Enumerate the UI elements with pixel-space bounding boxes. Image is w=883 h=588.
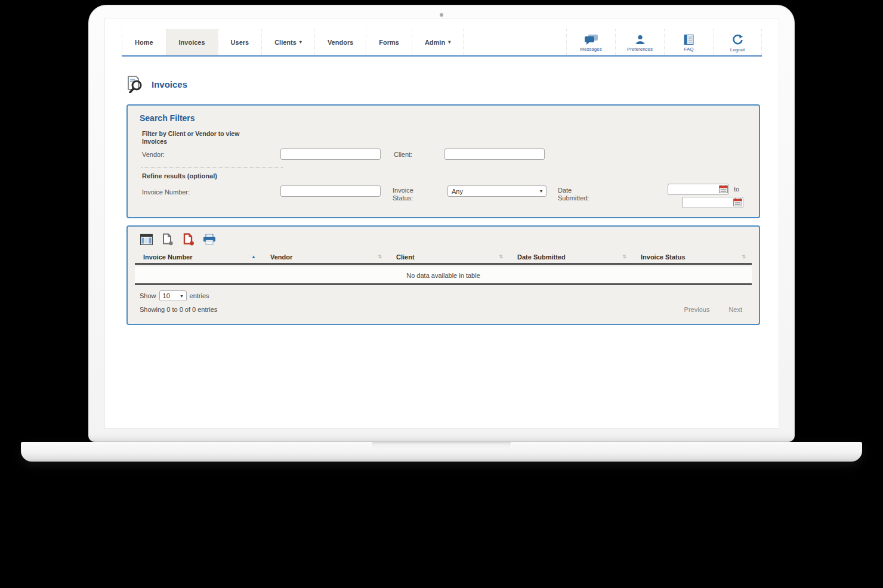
table-empty-row: No data available in table <box>135 267 752 285</box>
client-label: Client: <box>394 151 412 158</box>
column-label: Vendor <box>270 253 292 261</box>
preferences-button[interactable]: Preferences <box>615 29 664 55</box>
date-to-field <box>682 196 743 208</box>
logout-icon <box>732 35 743 45</box>
calendar-icon[interactable] <box>733 197 743 207</box>
filters-subheading: Filter by Client or Vendor to view Invoi… <box>142 130 261 146</box>
entries-label: entries <box>190 292 209 299</box>
util-label: Logout <box>730 47 745 52</box>
client-input[interactable] <box>444 148 545 160</box>
export-copy-icon[interactable] <box>160 233 174 246</box>
caret-down-icon: ▾ <box>540 188 542 194</box>
invoice-status-value: Any <box>452 188 463 195</box>
caret-down-icon: ▾ <box>448 39 450 45</box>
nav-item-forms[interactable]: Forms <box>366 29 412 55</box>
table-toolbar <box>140 233 216 246</box>
table-view-icon[interactable] <box>140 233 153 246</box>
preferences-icon <box>635 35 646 45</box>
print-icon[interactable] <box>202 233 216 246</box>
faq-button[interactable]: FAQ <box>664 29 713 55</box>
column-header-date-submitted[interactable]: Date Submitted ⇅ <box>509 250 632 263</box>
app-viewport: Home Invoices Users Clients ▾ Vendors <box>105 18 779 428</box>
invoice-number-input[interactable] <box>280 185 381 197</box>
sort-both-icon: ⇅ <box>378 254 382 259</box>
caret-down-icon: ▾ <box>300 39 302 45</box>
sort-both-icon: ⇅ <box>742 254 746 259</box>
webcam-dot <box>440 13 443 17</box>
column-header-vendor[interactable]: Vendor ⇅ <box>262 250 388 263</box>
page-header: Invoices <box>126 75 187 93</box>
nav-item-users[interactable]: Users <box>218 29 262 55</box>
column-header-invoice-status[interactable]: Invoice Status ⇅ <box>632 250 752 263</box>
nav-label: Forms <box>379 39 399 46</box>
date-submitted-label: Date Submitted: <box>558 187 601 202</box>
invoice-status-label: Invoice Status: <box>393 187 427 202</box>
search-filters-panel: Search Filters Filter by Client or Vendo… <box>126 104 760 218</box>
nav-item-admin[interactable]: Admin ▾ <box>412 29 464 55</box>
sort-both-icon: ⇅ <box>622 254 626 259</box>
previous-button[interactable]: Previous <box>684 306 710 313</box>
date-from-field <box>668 183 729 194</box>
util-label: FAQ <box>684 47 693 52</box>
page-size-value: 10 <box>163 292 170 299</box>
export-pdf-icon[interactable] <box>181 233 195 246</box>
nav-label: Invoices <box>179 39 205 46</box>
refine-results-heading: Refine results (optional) <box>142 172 217 180</box>
nav-label: Users <box>231 39 249 46</box>
nav-item-home[interactable]: Home <box>122 29 166 55</box>
page-size-control: Show 10 ▾ entries <box>140 290 209 301</box>
table-summary: Showing 0 to 0 of 0 entries <box>140 306 217 313</box>
nav-item-clients[interactable]: Clients ▾ <box>261 29 314 55</box>
nav-utilities: Messages Preferences <box>566 29 762 55</box>
next-button[interactable]: Next <box>728 306 742 313</box>
calendar-icon[interactable] <box>718 184 728 194</box>
column-header-invoice-number[interactable]: Invoice Number ▲ <box>135 250 262 263</box>
filters-divider <box>141 168 283 168</box>
laptop-screen-frame: Home Invoices Users Clients ▾ Vendors <box>88 5 795 442</box>
logout-button[interactable]: Logout <box>713 29 762 55</box>
nav-label: Vendors <box>328 39 353 46</box>
util-label: Messages <box>580 47 601 52</box>
messages-icon <box>584 35 598 45</box>
results-panel: Invoice Number ▲ Vendor ⇅ Client ⇅ Date … <box>126 225 760 325</box>
faq-icon <box>684 35 694 45</box>
column-label: Invoice Status <box>641 253 686 261</box>
date-range-to-label: to <box>734 185 739 193</box>
show-label: Show <box>140 292 156 299</box>
nav-label: Home <box>135 39 153 46</box>
invoice-status-select[interactable]: Any ▾ <box>447 185 547 197</box>
util-label: Preferences <box>627 47 653 52</box>
nav-item-invoices[interactable]: Invoices <box>166 29 218 55</box>
nav-item-vendors[interactable]: Vendors <box>314 29 366 55</box>
invoice-number-label: Invoice Number: <box>142 188 190 196</box>
empty-message: No data available in table <box>406 272 480 279</box>
sort-both-icon: ⇅ <box>499 254 503 259</box>
laptop-base <box>21 442 862 462</box>
nav-menu: Home Invoices Users Clients ▾ Vendors <box>122 29 464 55</box>
pagination: Previous Next <box>684 306 742 313</box>
caret-down-icon: ▾ <box>181 293 183 299</box>
search-filters-heading: Search Filters <box>140 113 195 123</box>
column-label: Invoice Number <box>143 253 193 261</box>
nav-label: Admin <box>425 39 445 46</box>
nav-label: Clients <box>274 39 297 46</box>
page-background: Home Invoices Users Clients ▾ Vendors <box>0 0 883 588</box>
column-label: Client <box>396 253 415 261</box>
column-label: Date Submitted <box>517 253 566 261</box>
column-header-client[interactable]: Client ⇅ <box>388 250 509 263</box>
table-header-row: Invoice Number ▲ Vendor ⇅ Client ⇅ Date … <box>135 250 752 265</box>
page-size-select[interactable]: 10 ▾ <box>159 290 187 301</box>
sort-ascending-icon: ▲ <box>251 254 256 259</box>
invoice-search-icon <box>126 75 145 93</box>
messages-button[interactable]: Messages <box>566 29 615 55</box>
vendor-input[interactable] <box>280 148 381 160</box>
vendor-label: Vendor: <box>142 151 165 158</box>
top-navbar: Home Invoices Users Clients ▾ Vendors <box>122 29 762 57</box>
laptop-base-notch <box>372 442 511 450</box>
page-title: Invoices <box>152 79 187 89</box>
